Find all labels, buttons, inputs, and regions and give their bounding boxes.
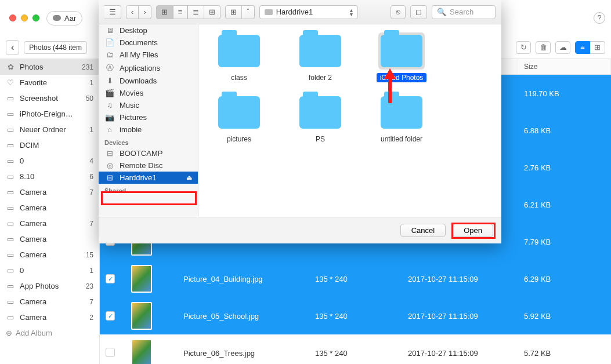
list-view-icon[interactable] <box>173 5 188 19</box>
sidebar-item[interactable]: ▭ Neuer Ordner 1 <box>0 122 99 137</box>
thumbnail-icon <box>131 265 152 293</box>
row-checkbox[interactable]: ✓ <box>106 274 115 283</box>
icon-view-icon[interactable] <box>156 5 173 19</box>
device-item[interactable]: ⊟ BOOTCAMP <box>99 147 198 159</box>
arrange-group[interactable]: ˇ <box>225 5 254 19</box>
sidebar-item[interactable]: ▭ iPhoto-Ereign… <box>0 106 99 122</box>
minimize-icon[interactable] <box>21 14 28 21</box>
favorite-item[interactable]: 📄 Documents <box>99 37 198 49</box>
dialog-toolbar: ‹ › ˇ Harddrive1 ▴▾ ⎋ ◻ 🔍 Search <box>99 0 501 24</box>
sidebar-item-label: 0 <box>20 156 85 165</box>
sidebar-item[interactable]: ▭ App Photos 23 <box>0 278 99 294</box>
device-item[interactable]: ⊟ Harddrive1 ⏏ <box>99 172 198 184</box>
favorite-item[interactable]: Ⓐ Applications <box>99 61 198 75</box>
sidebar-item[interactable]: ▭ Camera 7 <box>0 184 99 200</box>
favorite-item[interactable]: ⌂ imobie <box>99 123 198 136</box>
size-column-label[interactable]: Size <box>518 59 611 74</box>
folder-item[interactable]: untitled folder <box>373 94 431 144</box>
sidebar-item[interactable]: ▭ Camera 2 <box>0 310 99 325</box>
location-label: Applications <box>120 64 160 72</box>
account-pill[interactable]: Aar <box>46 11 82 26</box>
cloud-sync-icon[interactable]: ☁ <box>555 41 570 54</box>
share-icon[interactable]: ⎋ <box>391 5 406 19</box>
file-name: Picture_04_Building.jpg <box>178 275 309 283</box>
sidebar-item[interactable]: ▭ Screenshot 50 <box>0 90 99 106</box>
folder-item[interactable]: PS <box>291 94 349 144</box>
location-icon: ⊟ <box>104 173 115 182</box>
dialog-footer: Cancel Open <box>99 217 501 243</box>
forward-icon[interactable]: › <box>139 5 151 19</box>
favorite-item[interactable]: 🗂 All My Files <box>99 49 198 61</box>
row-checkbox[interactable]: ✓ <box>106 311 115 321</box>
sidebar-item-count: 2 <box>89 314 93 322</box>
table-row[interactable]: ✓ Picture_04_Building.jpg 135 * 240 2017… <box>100 260 611 297</box>
sidebar-item-label: Camera <box>20 219 85 228</box>
folder-item[interactable]: iCloud Photos <box>373 32 431 82</box>
sidebar-item[interactable]: ▭ 8.10 6 <box>0 169 99 184</box>
folder-item[interactable]: class <box>210 32 268 82</box>
search-input[interactable]: 🔍 Search <box>432 5 496 19</box>
location-icon: 📷 <box>104 113 115 122</box>
location-label: Music <box>120 101 139 110</box>
favorite-item[interactable]: 🎬 Movies <box>99 87 198 99</box>
favorite-item[interactable]: 🖥 Desktop <box>99 24 198 37</box>
folder-icon <box>299 96 341 129</box>
list-view-icon[interactable]: ≡ <box>575 41 590 54</box>
cancel-button[interactable]: Cancel <box>400 224 446 237</box>
close-icon[interactable] <box>9 14 16 21</box>
sidebar-item-count: 4 <box>89 157 93 165</box>
grid-view-icon[interactable]: ⊞ <box>590 41 605 54</box>
sidebar-item[interactable]: ▭ Camera <box>0 231 99 247</box>
breadcrumb[interactable]: Photos (448 item <box>24 41 87 54</box>
sidebar-item-count: 1 <box>89 267 93 275</box>
refresh-icon[interactable]: ↻ <box>516 41 531 54</box>
album-icon: ▭ <box>6 172 15 181</box>
account-label: Aar <box>64 14 76 23</box>
album-icon: ▭ <box>6 94 15 103</box>
file-name: Picture_06_Trees.jpg <box>178 349 309 358</box>
path-selector[interactable]: Harddrive1 ▴▾ <box>259 5 358 19</box>
trash-icon[interactable]: 🗑 <box>536 41 551 54</box>
sidebar-item-label: Screenshot <box>20 94 81 103</box>
folder-label: untitled folder <box>377 134 426 144</box>
sidebar-item[interactable]: ✿ Photos 231 <box>0 59 99 75</box>
favorite-item[interactable]: ⬇ Downloads <box>99 75 198 87</box>
sidebar-item[interactable]: ▭ DCIM <box>0 137 99 153</box>
favorite-item[interactable]: 📷 Pictures <box>99 111 198 123</box>
file-dimensions: 135 * 240 <box>309 349 402 358</box>
zoom-icon[interactable] <box>32 14 39 21</box>
table-row[interactable]: ✓ Picture_05_School.jpg 135 * 240 2017-1… <box>100 297 611 334</box>
open-button[interactable]: Open <box>453 224 493 237</box>
folder-item[interactable]: pictures <box>210 94 268 144</box>
svg-marker-0 <box>384 68 396 103</box>
table-row[interactable]: Picture_06_Trees.jpg 135 * 240 2017-10-2… <box>100 334 611 364</box>
sidebar-item-label: DCIM <box>20 141 89 150</box>
location-label: Downloads <box>120 77 157 85</box>
sidebar-item[interactable]: ▭ Camera 7 <box>0 216 99 231</box>
sidebar-toggle[interactable] <box>104 5 121 19</box>
sidebar-item-label: Camera <box>20 250 81 259</box>
back-button[interactable] <box>6 40 19 55</box>
folder-item[interactable]: folder 2 <box>291 32 349 82</box>
sidebar-item[interactable]: ▭ Camera <box>0 200 99 216</box>
sidebar-item[interactable]: ▭ 0 1 <box>0 263 99 278</box>
tags-icon[interactable]: ◻ <box>410 5 427 19</box>
view-mode-group <box>156 5 221 19</box>
eject-icon[interactable]: ⏏ <box>186 174 192 181</box>
sidebar-item-label: Camera <box>20 203 89 212</box>
folder-icon <box>299 35 341 67</box>
sidebar-item-count: 50 <box>86 94 93 103</box>
gallery-view-icon[interactable] <box>204 5 220 19</box>
sidebar-item[interactable]: ▭ 0 4 <box>0 153 99 169</box>
sidebar-item[interactable]: ▭ Camera 15 <box>0 247 99 263</box>
help-icon[interactable]: ? <box>594 12 605 24</box>
favorite-item[interactable]: ♫ Music <box>99 99 198 111</box>
sidebar-item[interactable]: ▭ Camera 7 <box>0 294 99 310</box>
column-view-icon[interactable] <box>187 5 204 19</box>
add-album-button[interactable]: ⊕Add Album <box>0 325 99 341</box>
back-icon[interactable]: ‹ <box>126 5 139 19</box>
sidebar-item[interactable]: ♡ Favorite 1 <box>0 75 99 90</box>
row-checkbox[interactable] <box>106 348 115 357</box>
device-item[interactable]: ◎ Remote Disc <box>99 159 198 172</box>
sidebar-category: Shared <box>99 184 198 195</box>
